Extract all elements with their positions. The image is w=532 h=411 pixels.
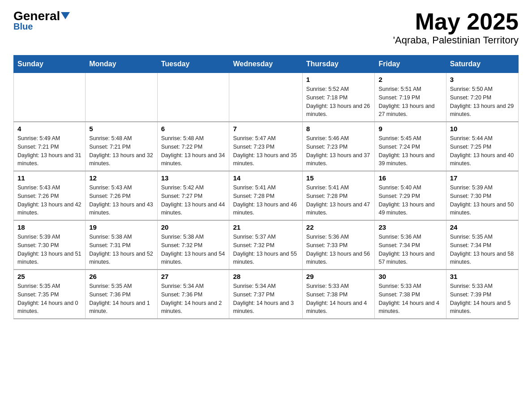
day-number: 26 [89, 273, 153, 280]
table-row: 16Sunrise: 5:40 AMSunset: 7:29 PMDayligh… [375, 171, 446, 220]
day-number: 4 [17, 125, 82, 133]
day-number: 25 [17, 273, 82, 280]
day-info: Sunrise: 5:33 AMSunset: 7:39 PMDaylight:… [450, 282, 515, 316]
table-row: 1Sunrise: 5:52 AMSunset: 7:18 PMDaylight… [302, 73, 375, 122]
day-info: Sunrise: 5:40 AMSunset: 7:29 PMDaylight:… [378, 184, 442, 217]
table-row: 12Sunrise: 5:43 AMSunset: 7:26 PMDayligh… [86, 171, 157, 220]
calendar-table: Sunday Monday Tuesday Wednesday Thursday… [13, 55, 519, 319]
day-info: Sunrise: 5:34 AMSunset: 7:36 PMDaylight:… [161, 282, 226, 316]
table-row: 24Sunrise: 5:35 AMSunset: 7:34 PMDayligh… [446, 220, 518, 270]
day-info: Sunrise: 5:38 AMSunset: 7:31 PMDaylight:… [89, 233, 153, 266]
day-number: 15 [306, 174, 371, 182]
header-sunday: Sunday [14, 56, 86, 73]
day-info: Sunrise: 5:37 AMSunset: 7:32 PMDaylight:… [233, 233, 298, 266]
header-wednesday: Wednesday [229, 56, 302, 73]
day-info: Sunrise: 5:44 AMSunset: 7:25 PMDaylight:… [450, 134, 515, 168]
day-info: Sunrise: 5:36 AMSunset: 7:33 PMDaylight:… [306, 233, 371, 266]
table-row: 21Sunrise: 5:37 AMSunset: 7:32 PMDayligh… [229, 220, 302, 270]
table-row: 11Sunrise: 5:43 AMSunset: 7:26 PMDayligh… [14, 171, 86, 220]
table-row: 25Sunrise: 5:35 AMSunset: 7:35 PMDayligh… [14, 270, 86, 319]
day-info: Sunrise: 5:43 AMSunset: 7:26 PMDaylight:… [17, 184, 82, 217]
table-row: 18Sunrise: 5:39 AMSunset: 7:30 PMDayligh… [14, 220, 86, 270]
table-row: 5Sunrise: 5:48 AMSunset: 7:21 PMDaylight… [86, 122, 157, 171]
day-info: Sunrise: 5:50 AMSunset: 7:20 PMDaylight:… [450, 85, 515, 119]
day-info: Sunrise: 5:34 AMSunset: 7:37 PMDaylight:… [233, 282, 298, 316]
header-monday: Monday [86, 56, 157, 73]
day-number: 5 [89, 125, 153, 133]
table-row [157, 73, 229, 122]
table-row: 27Sunrise: 5:34 AMSunset: 7:36 PMDayligh… [157, 270, 229, 319]
day-number: 20 [161, 223, 226, 231]
table-row: 8Sunrise: 5:46 AMSunset: 7:23 PMDaylight… [302, 122, 375, 171]
day-info: Sunrise: 5:51 AMSunset: 7:19 PMDaylight:… [378, 85, 442, 119]
day-info: Sunrise: 5:42 AMSunset: 7:27 PMDaylight:… [161, 184, 226, 217]
table-row: 2Sunrise: 5:51 AMSunset: 7:19 PMDaylight… [375, 73, 446, 122]
day-info: Sunrise: 5:33 AMSunset: 7:38 PMDaylight:… [306, 282, 371, 316]
day-number: 18 [17, 223, 82, 231]
logo: General Blue [13, 9, 70, 32]
day-info: Sunrise: 5:49 AMSunset: 7:21 PMDaylight:… [17, 134, 82, 168]
day-number: 12 [89, 174, 153, 182]
day-number: 3 [450, 76, 515, 83]
table-row: 30Sunrise: 5:33 AMSunset: 7:38 PMDayligh… [375, 270, 446, 319]
table-row: 26Sunrise: 5:35 AMSunset: 7:36 PMDayligh… [86, 270, 157, 319]
calendar-week-row: 4Sunrise: 5:49 AMSunset: 7:21 PMDaylight… [14, 122, 519, 171]
day-info: Sunrise: 5:46 AMSunset: 7:23 PMDaylight:… [306, 134, 371, 168]
day-number: 6 [161, 125, 226, 133]
calendar-week-row: 18Sunrise: 5:39 AMSunset: 7:30 PMDayligh… [14, 220, 519, 270]
table-row: 14Sunrise: 5:41 AMSunset: 7:28 PMDayligh… [229, 171, 302, 220]
calendar-week-row: 1Sunrise: 5:52 AMSunset: 7:18 PMDaylight… [14, 73, 519, 122]
table-row: 3Sunrise: 5:50 AMSunset: 7:20 PMDaylight… [446, 73, 518, 122]
day-number: 9 [378, 125, 442, 133]
table-row [86, 73, 157, 122]
day-number: 19 [89, 223, 153, 231]
day-number: 30 [378, 273, 442, 280]
logo-triangle-icon [61, 12, 70, 19]
day-info: Sunrise: 5:36 AMSunset: 7:34 PMDaylight:… [378, 233, 442, 266]
calendar-week-row: 11Sunrise: 5:43 AMSunset: 7:26 PMDayligh… [14, 171, 519, 220]
header-tuesday: Tuesday [157, 56, 229, 73]
day-number: 21 [233, 223, 298, 231]
day-info: Sunrise: 5:52 AMSunset: 7:18 PMDaylight:… [306, 85, 371, 119]
logo-blue-text: Blue [13, 21, 33, 32]
table-row: 17Sunrise: 5:39 AMSunset: 7:30 PMDayligh… [446, 171, 518, 220]
day-number: 17 [450, 174, 515, 182]
page-header: General Blue May 2025 'Aqraba, Palestini… [13, 9, 519, 46]
day-info: Sunrise: 5:47 AMSunset: 7:23 PMDaylight:… [233, 134, 298, 168]
day-number: 11 [17, 174, 82, 182]
table-row: 22Sunrise: 5:36 AMSunset: 7:33 PMDayligh… [302, 220, 375, 270]
table-row [229, 73, 302, 122]
calendar-title: May 2025 [393, 9, 519, 34]
day-info: Sunrise: 5:41 AMSunset: 7:28 PMDaylight:… [233, 184, 298, 217]
calendar-week-row: 25Sunrise: 5:35 AMSunset: 7:35 PMDayligh… [14, 270, 519, 319]
table-row [14, 73, 86, 122]
header-friday: Friday [375, 56, 446, 73]
day-info: Sunrise: 5:33 AMSunset: 7:38 PMDaylight:… [378, 282, 442, 316]
table-row: 9Sunrise: 5:45 AMSunset: 7:24 PMDaylight… [375, 122, 446, 171]
day-info: Sunrise: 5:41 AMSunset: 7:28 PMDaylight:… [306, 184, 371, 217]
title-block: May 2025 'Aqraba, Palestinian Territory [393, 9, 519, 46]
day-info: Sunrise: 5:39 AMSunset: 7:30 PMDaylight:… [17, 233, 82, 266]
day-info: Sunrise: 5:35 AMSunset: 7:34 PMDaylight:… [450, 233, 515, 266]
day-info: Sunrise: 5:35 AMSunset: 7:35 PMDaylight:… [17, 282, 82, 316]
day-number: 14 [233, 174, 298, 182]
calendar-header-row: Sunday Monday Tuesday Wednesday Thursday… [14, 56, 519, 73]
day-number: 2 [378, 76, 442, 83]
table-row: 10Sunrise: 5:44 AMSunset: 7:25 PMDayligh… [446, 122, 518, 171]
table-row: 23Sunrise: 5:36 AMSunset: 7:34 PMDayligh… [375, 220, 446, 270]
day-info: Sunrise: 5:48 AMSunset: 7:22 PMDaylight:… [161, 134, 226, 168]
header-saturday: Saturday [446, 56, 518, 73]
day-number: 13 [161, 174, 226, 182]
day-number: 8 [306, 125, 371, 133]
table-row: 15Sunrise: 5:41 AMSunset: 7:28 PMDayligh… [302, 171, 375, 220]
table-row: 6Sunrise: 5:48 AMSunset: 7:22 PMDaylight… [157, 122, 229, 171]
day-number: 28 [233, 273, 298, 280]
table-row: 13Sunrise: 5:42 AMSunset: 7:27 PMDayligh… [157, 171, 229, 220]
day-info: Sunrise: 5:39 AMSunset: 7:30 PMDaylight:… [450, 184, 515, 217]
table-row: 31Sunrise: 5:33 AMSunset: 7:39 PMDayligh… [446, 270, 518, 319]
calendar-subtitle: 'Aqraba, Palestinian Territory [393, 34, 519, 46]
table-row: 29Sunrise: 5:33 AMSunset: 7:38 PMDayligh… [302, 270, 375, 319]
day-info: Sunrise: 5:43 AMSunset: 7:26 PMDaylight:… [89, 184, 153, 217]
table-row: 7Sunrise: 5:47 AMSunset: 7:23 PMDaylight… [229, 122, 302, 171]
day-number: 27 [161, 273, 226, 280]
